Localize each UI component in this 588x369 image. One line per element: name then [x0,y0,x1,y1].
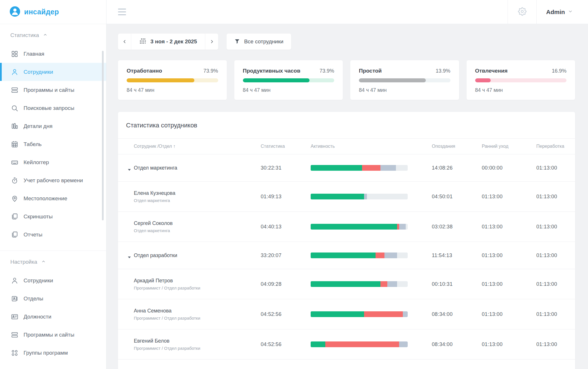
employee-filter-button[interactable]: Все сотрудники [227,34,291,50]
chevron-up-icon [41,259,46,265]
sort-asc-icon: ↑ [173,144,175,149]
overtime-time: 01:13:00 [536,165,575,171]
table-row-department[interactable]: Отдел маркетинга 30:22:31 14:08:26 00:00… [118,154,575,181]
table-body: Сотрудник /Отдел↑СтатистикаАктивностьОпо… [118,138,575,369]
sidebar-item-screenshots[interactable]: Скриншоты [0,207,106,226]
column-header-2[interactable]: Активность [311,144,432,149]
employee-role: Отдел маркетинга [134,228,255,233]
date-range-text: 3 ноя - 2 дек 2025 [150,38,197,45]
early-leave-time: 01:13:00 [482,194,536,200]
activity-segment-productive [311,165,362,171]
early-leave-time: 00:00:00 [482,165,536,171]
sidebar-item-timesheet[interactable]: Табель [0,135,106,153]
keyboard-icon [11,159,18,166]
sidebar-item-location[interactable]: Местоположение [0,189,106,207]
table-row-employee-partial[interactable]: Анна Семенова [118,359,575,369]
activity-bar [311,341,408,347]
activity-segment-productive [311,341,325,347]
stat-card-progressbar [243,78,334,82]
activity-segment-distraction [376,253,384,258]
stopwatch-icon [11,177,18,184]
column-header-4[interactable]: Ранний уход [482,144,536,149]
sidebar-item-employees[interactable]: Сотрудники [0,63,106,81]
column-header-3[interactable]: Опоздания [432,144,482,149]
sidebar-item-programs-sites[interactable]: Программы и сайты [0,81,106,99]
sidebar-section-header-settings[interactable]: Настройка [0,259,106,271]
stat-time: 04:52:56 [261,311,311,317]
sidebar-item-keylogger[interactable]: Кейлоггер [0,153,106,171]
activity-segment-productive [311,311,364,317]
late-time: 04:50:01 [432,194,482,200]
stat-time: 01:49:13 [261,194,311,200]
sidebar-item-reports[interactable]: Отчеты [0,226,106,244]
employee-role: Отдел маркетинга [134,198,255,203]
user-menu[interactable]: Admin [536,0,588,24]
column-header-1[interactable]: Статистика [261,144,311,149]
overtime-time: 01:13:00 [536,341,575,347]
main-content: 3 ноя - 2 дек 2025 Все сотрудники Отрабо… [107,24,588,369]
stat-card-3: Отвлечения 16.9% 84 ч 47 мин [467,60,575,100]
prev-period-button[interactable] [118,34,131,50]
stat-card-percent: 13.9% [436,68,450,74]
rows-icon [11,331,18,339]
date-range-display[interactable]: 3 ноя - 2 дек 2025 [131,34,205,50]
stat-time: 30:22:31 [261,165,311,171]
sidebar-item-work-time[interactable]: Учет рабочего времени [0,171,106,189]
sidebar-item-program-groups[interactable]: Группы программ [0,344,106,362]
activity-segment-idle [384,253,397,258]
sidebar-item-label: Сотрудники [24,277,53,284]
employee-name: Сергей Соколов [134,220,255,226]
overtime-time: 01:13:00 [536,194,575,200]
table-row-employee[interactable]: Аркадий Петров Программист / Отдел разра… [118,269,575,299]
layers-icon [11,213,18,220]
stat-time: 04:40:13 [261,224,311,230]
sidebar-item-label: Программы и сайты [24,331,74,339]
sidebar-item-departments[interactable]: Отделы [0,290,106,308]
layers-icon [11,231,18,238]
sidebar-item-employees-settings[interactable]: Сотрудники [0,271,106,290]
activity-bar [311,253,408,258]
menu-toggle-icon[interactable] [118,9,126,15]
column-header-0[interactable]: Сотрудник /Отдел↑ [134,144,261,149]
logo-person-icon [9,6,20,18]
logo[interactable]: инсайдер [0,0,106,24]
table-row-employee[interactable]: Анна Семенова Программист / Отдел разраб… [118,299,575,329]
sidebar-item-positions[interactable]: Должности [0,308,106,326]
activity-segment-idle [364,194,367,199]
dashboard-icon [11,50,18,58]
collapse-caret-icon[interactable] [128,255,131,260]
table-row-department[interactable]: Отдел разработки 33:20:07 11:54:13 01:13… [118,242,575,269]
late-time: 00:10:31 [432,281,482,287]
employee-role: Программист / Отдел разработки [134,346,255,351]
sidebar-item-day-details[interactable]: Детали дня [0,117,106,135]
column-header-5[interactable]: Переработка [536,144,575,149]
sidebar-section-statistics: СтатистикаГлавнаяСотрудникиПрограммы и с… [0,24,106,244]
sidebar: инсайдер СтатистикаГлавнаяСотрудникиПрог… [0,0,107,369]
next-period-button[interactable] [205,34,218,50]
user-menu-label: Admin [546,9,565,15]
activity-segment-idle [399,224,406,230]
table-row-employee[interactable]: Евгений Белов Программист / Отдел разраб… [118,329,575,359]
sidebar-section-header-statistics[interactable]: Статистика [0,32,106,45]
table-row-employee[interactable]: Елена Кузнецова Отдел маркетинга 01:49:1… [118,181,575,211]
sidebar-item-search-queries[interactable]: Поисковые запросы [0,99,106,117]
sidebar-item-label: Должности [24,313,51,321]
settings-button[interactable] [508,0,536,24]
stat-card-duration: 84 ч 47 мин [359,87,450,93]
department-name: Отдел маркетинга [134,165,177,171]
stat-time: 04:52:56 [261,341,311,347]
sidebar-scrollbar[interactable] [102,51,104,220]
early-leave-time: 01:13:00 [482,341,536,347]
sidebar-item-label: Отделы [24,295,43,302]
sidebar-item-label: Местоположение [24,195,67,202]
late-time: 03:02:38 [432,224,482,230]
stat-card-1: Продуктивных часов 73.9% 84 ч 47 мин [234,60,343,100]
sidebar-item-home[interactable]: Главная [0,45,106,63]
chevron-down-icon [568,9,573,15]
stat-card-progressbar [475,78,567,82]
collapse-caret-icon[interactable] [128,167,131,172]
table-row-employee[interactable]: Сергей Соколов Отдел маркетинга 04:40:13… [118,211,575,242]
sidebar-item-programs-sites-settings[interactable]: Программы и сайты [0,326,106,344]
search-icon [11,104,18,112]
stat-card-progressbar [127,78,218,82]
